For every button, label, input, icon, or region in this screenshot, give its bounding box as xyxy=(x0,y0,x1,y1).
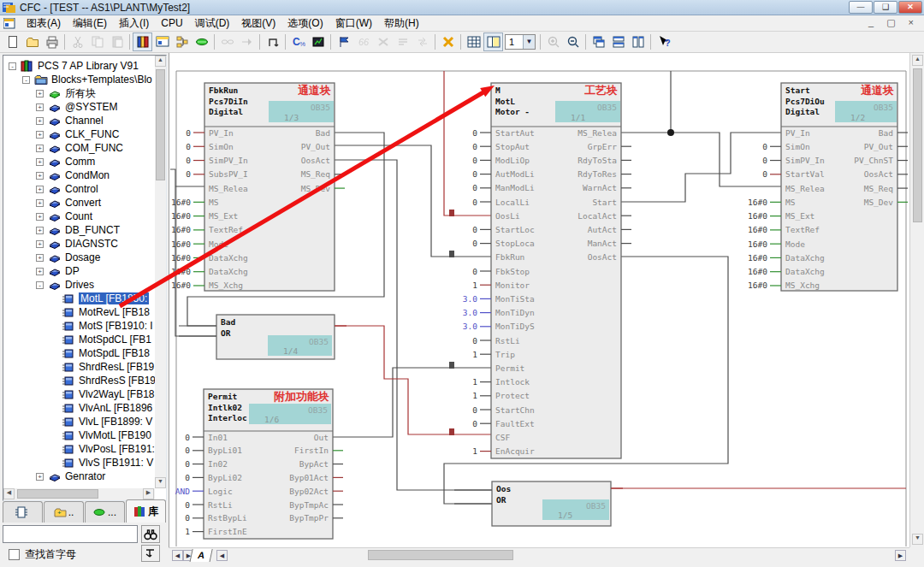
library-button[interactable] xyxy=(133,32,152,51)
tree-item-pcs[interactable]: -PCS 7 AP Library V91 xyxy=(9,59,139,73)
tree-horizontal-scrollbar[interactable]: ◀ ▶ xyxy=(3,488,155,500)
help-arrow-button[interactable]: ? xyxy=(654,32,673,51)
expand-icon[interactable]: + xyxy=(36,240,44,248)
zoom-out-button[interactable] xyxy=(563,32,583,51)
tree-item-diagnstc[interactable]: +DIAGNSTC xyxy=(36,237,118,251)
overview-button[interactable] xyxy=(483,32,503,51)
title-bar[interactable]: CFC - [TEST -- AS1\PLANT\MyTest2] — ❑ ✕ xyxy=(0,0,924,15)
menu-item[interactable]: 视图(V) xyxy=(235,16,281,30)
collapse-icon[interactable]: - xyxy=(9,62,16,70)
sheet-tab[interactable]: A xyxy=(189,549,212,563)
checkbox[interactable] xyxy=(9,549,20,560)
expand-icon[interactable]: + xyxy=(36,186,44,193)
expand-icon[interactable]: + xyxy=(36,199,44,207)
expand-icon[interactable]: + xyxy=(36,473,44,481)
tree-item-genrator[interactable]: +Genrator xyxy=(36,470,105,483)
find-button[interactable] xyxy=(141,525,160,543)
tree-item-motl[interactable]: MotL [FB1850: xyxy=(50,292,149,305)
tree-item-clk_func[interactable]: +CLK_FUNC xyxy=(36,127,119,141)
block-bad[interactable]: OB351/4BadOR xyxy=(179,315,346,359)
block-oos[interactable]: OB351/5OosOR xyxy=(454,481,623,526)
expand-icon[interactable]: + xyxy=(36,227,44,234)
expand-icon[interactable]: + xyxy=(36,90,44,97)
expand-icon[interactable]: + xyxy=(36,172,44,180)
tree-item-vlv2wayl[interactable]: Vlv2WayL [FB18 xyxy=(50,387,154,401)
sheet-number-combobox[interactable]: 1▼ xyxy=(505,34,536,50)
expand-icon[interactable]: + xyxy=(36,103,44,111)
tile-h-button[interactable] xyxy=(608,32,628,51)
tree-item-blocks+templates\blo[interactable]: -Blocks+Templates\Blo xyxy=(22,73,152,86)
catalog-tab-lib[interactable]: 库 xyxy=(126,499,166,523)
new-button[interactable] xyxy=(3,32,22,51)
jump-to-block-button[interactable] xyxy=(141,545,160,562)
tree-item-convert[interactable]: +Convert xyxy=(36,196,101,210)
catalog-tab-oval[interactable]: ... xyxy=(85,501,125,523)
menu-item[interactable]: 编辑(E) xyxy=(67,16,113,30)
minimize-button[interactable]: — xyxy=(849,1,873,14)
tree-item-mots[interactable]: MotS [FB1910: I xyxy=(50,319,153,333)
tree-item-vlvmotl[interactable]: VlvMotL [FB190 xyxy=(50,428,151,442)
compile-button[interactable]: C% xyxy=(288,32,308,51)
tree-item-dp[interactable]: +DP xyxy=(36,264,80,278)
mdi-window-controls[interactable]: _ ▢ × xyxy=(868,17,919,28)
menu-item[interactable]: 帮助(H) xyxy=(378,16,425,30)
canvas-vertical-scrollbar[interactable]: ▲ ▼ xyxy=(909,53,924,547)
find-initial-letter-option[interactable]: 查找首字母 xyxy=(9,547,76,562)
scroll-right-icon[interactable]: ▶ xyxy=(143,488,154,499)
expand-icon[interactable]: + xyxy=(36,117,44,125)
search-input[interactable] xyxy=(3,525,138,543)
tree-item-db_funct[interactable]: +DB_FUNCT xyxy=(36,223,120,237)
scroll-left-icon[interactable]: ◀ xyxy=(3,488,15,499)
tree-item-motspdl[interactable]: MotSpdL [FB18 xyxy=(50,346,150,360)
expand-icon[interactable]: + xyxy=(36,254,44,262)
cross-button[interactable] xyxy=(438,32,458,51)
scroll-up-icon[interactable]: ▲ xyxy=(155,56,166,67)
block-permit[interactable]: OB351/6PermitIntlk02Interloc附加功能块In010By… xyxy=(175,389,343,539)
sheet-first-icon[interactable]: ◀ xyxy=(172,550,183,561)
tree-item-channel[interactable]: +Channel xyxy=(36,114,104,127)
close-button[interactable]: ✕ xyxy=(898,1,922,14)
catalog-tab-folder[interactable]: +.. xyxy=(44,501,84,523)
tree-vertical-scrollbar[interactable]: ▲ ▼ xyxy=(155,56,166,488)
collapse-icon[interactable]: - xyxy=(36,281,44,289)
tree-item-shrdresl[interactable]: ShrdResL [FB19 xyxy=(50,360,154,374)
scroll-right-icon[interactable]: ▶ xyxy=(895,550,906,561)
expand-icon[interactable]: + xyxy=(36,131,44,139)
tree-item-count[interactable]: +Count xyxy=(36,210,92,223)
tree-item-shrdress[interactable]: ShrdResS [FB19 xyxy=(50,374,156,387)
tree-item-vlvs[interactable]: VlvS [FB1911: V xyxy=(50,456,153,470)
tree-item-所有块[interactable]: +所有块 xyxy=(36,86,96,100)
tree-item-dosage[interactable]: +Dosage xyxy=(36,251,100,264)
cfc-chart-canvas[interactable]: OB351/3FbkRunPcs7DiInDigital通道块PV_In0Sim… xyxy=(169,53,909,547)
open-button[interactable] xyxy=(22,32,42,51)
menu-item[interactable]: 插入(I) xyxy=(113,16,155,30)
tree-item-condmon[interactable]: +CondMon xyxy=(36,168,110,182)
menu-item[interactable]: 选项(O) xyxy=(281,16,329,30)
flag-button[interactable] xyxy=(334,32,353,51)
chevron-down-icon[interactable]: ▼ xyxy=(523,35,535,49)
scroll-up-icon[interactable]: ▲ xyxy=(912,55,923,66)
catalog-tab-chart[interactable] xyxy=(3,501,43,523)
menu-item[interactable]: CPU xyxy=(155,16,188,30)
hierarchy-button[interactable] xyxy=(172,32,192,51)
tree-item-vlvanl[interactable]: VlvAnL [FB1896 xyxy=(50,401,152,415)
tree-item-drives[interactable]: -Drives xyxy=(36,278,94,292)
tree-item-motspdcl[interactable]: MotSpdCL [FB1 xyxy=(50,333,151,346)
chart-window-button[interactable] xyxy=(152,32,172,51)
loop-button[interactable] xyxy=(263,32,282,51)
expand-icon[interactable]: + xyxy=(36,145,44,152)
expand-icon[interactable]: + xyxy=(36,268,44,275)
tile-v-button[interactable] xyxy=(628,32,648,51)
maximize-button[interactable]: ❑ xyxy=(874,1,897,14)
tree-item-vlvl[interactable]: VlvL [FB1899: V xyxy=(50,415,152,428)
scroll-left-icon[interactable]: ◀ xyxy=(216,550,228,561)
scroll-down-icon[interactable]: ▼ xyxy=(155,477,166,488)
tree-item-control[interactable]: +Control xyxy=(36,182,98,196)
tree-item-@system[interactable]: +@SYSTEM xyxy=(36,100,118,114)
cascade-button[interactable] xyxy=(589,32,608,51)
tree-item-motrevl[interactable]: MotRevL [FB18 xyxy=(50,305,150,319)
menu-item[interactable]: 图表(A) xyxy=(21,16,67,30)
canvas-horizontal-scrollbar[interactable]: ◀ ▶ A ◀ ▶ xyxy=(169,547,909,562)
chart-menu-icon[interactable] xyxy=(3,18,16,29)
expand-icon[interactable]: + xyxy=(36,213,44,221)
